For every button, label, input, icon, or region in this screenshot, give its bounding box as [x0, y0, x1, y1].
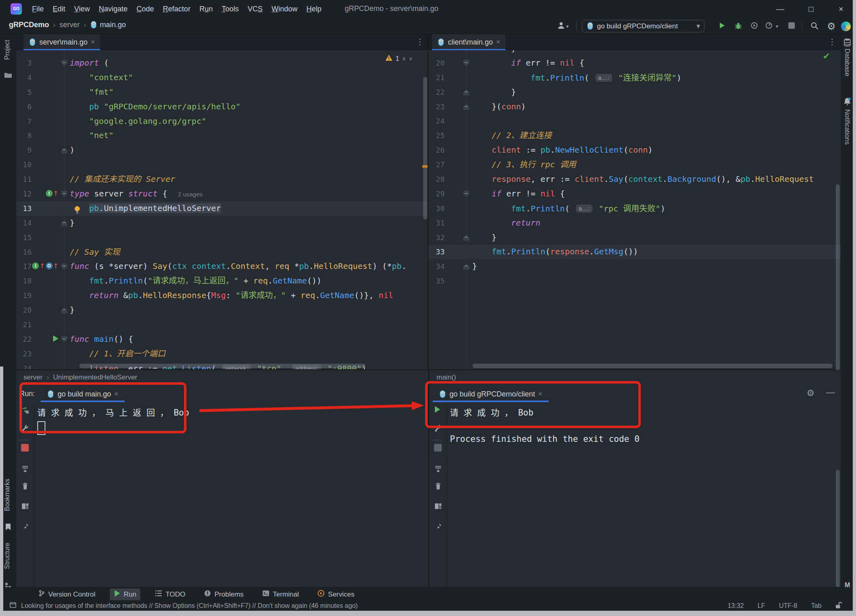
code-line-14[interactable]: 14−}	[16, 216, 428, 230]
stop-button-red[interactable]	[21, 444, 29, 454]
sidebar-item-structure[interactable]: Structure	[4, 543, 11, 569]
code-line-8[interactable]: 8"net"	[16, 128, 428, 143]
code-line-21[interactable]: 21	[16, 318, 428, 332]
menu-vcs[interactable]: VCS	[243, 3, 267, 15]
inspection-widget[interactable]: 1 ∧ ∨	[385, 54, 413, 63]
code-line-27[interactable]: 27// 3、执行 rpc 调用	[428, 158, 841, 172]
fold-marker[interactable]: −	[463, 234, 469, 241]
kebab-menu-icon[interactable]: ⋮	[828, 37, 836, 47]
breadcrumb-project[interactable]: gRPCDemo	[9, 21, 49, 29]
tab-server-main-go[interactable]: server\main.go ×	[24, 34, 100, 50]
settings-button[interactable]: ⚙	[826, 21, 837, 32]
code-line-33[interactable]: 33fmt.Println(response.GetMsg())	[428, 245, 841, 259]
code-line-4[interactable]: 4"context"	[16, 70, 428, 85]
toolwindow-button-version-control[interactable]: Version Control	[34, 588, 99, 600]
wrench-icon[interactable]	[434, 424, 442, 435]
code-line-28[interactable]: 28response, err := client.Say(context.Ba…	[428, 172, 841, 187]
clear-console-trash-icon[interactable]	[21, 482, 29, 492]
clear-console-trash-icon[interactable]	[434, 482, 442, 492]
console-settings-gear-icon[interactable]: ⚙	[807, 388, 815, 399]
code-line-22[interactable]: 22−func main() {	[16, 332, 428, 347]
fold-marker[interactable]: −	[61, 147, 67, 153]
fold-marker[interactable]: −	[61, 307, 67, 313]
indent-indicator[interactable]: Tab	[811, 602, 822, 610]
scroll-to-end-icon[interactable]	[434, 465, 442, 475]
code-line-21[interactable]: 21fmt.Println( a…: "连接关闭异常")	[428, 70, 841, 85]
code-line-24[interactable]: 24	[428, 114, 841, 128]
toolwindow-button-services[interactable]: Services	[313, 588, 358, 600]
run-tab-go-build-client[interactable]: go build gRPCDemo/client ×	[432, 387, 549, 401]
code-line-partial[interactable]: }	[428, 50, 841, 56]
profiler-chevron-icon[interactable]: ▾	[774, 21, 780, 32]
layout-icon[interactable]	[21, 502, 29, 512]
menu-edit[interactable]: Edit	[48, 3, 70, 15]
code-line-22[interactable]: 22−}	[428, 85, 841, 100]
minimize-button[interactable]: —	[771, 0, 790, 18]
notifications-bell-icon[interactable]	[843, 97, 851, 107]
code-line-6[interactable]: 6pb "gRPCDemo/server/apis/hello"	[16, 100, 428, 114]
code-line-23[interactable]: 23−}(conn)	[428, 100, 841, 114]
menu-refactor[interactable]: Refactor	[158, 3, 195, 15]
code-line-13[interactable]: 13pb.UnimplementedHelloServer	[16, 201, 428, 216]
code-line-12[interactable]: 12I↑−type server struct { 2 usages	[16, 187, 428, 201]
chevron-down-icon[interactable]: ∨	[409, 55, 413, 62]
code-line-10[interactable]: 10	[16, 158, 428, 172]
menu-help[interactable]: Help	[302, 3, 326, 15]
lock-icon[interactable]	[835, 601, 842, 611]
code-line-11[interactable]: 11// 集成还未实现的 Server	[16, 172, 428, 187]
editor-client-main-go[interactable]: }20−if err != nil {21fmt.Println( a…: "连…	[428, 50, 841, 369]
code-line-34[interactable]: 34−}	[428, 259, 841, 274]
wrench-icon[interactable]	[21, 424, 29, 435]
rerun-button[interactable]	[21, 406, 30, 416]
code-line-7[interactable]: 7"google.golang.org/grpc"	[16, 114, 428, 129]
scrollbar-vertical-left[interactable]	[423, 77, 427, 220]
fold-marker[interactable]: −	[463, 104, 469, 110]
code-line-29[interactable]: 29−if err != nil {	[428, 187, 841, 201]
code-line-17[interactable]: 17I↑O↑−func (s *server) Say(ctx context.…	[16, 259, 428, 274]
code-line-23[interactable]: 23// 1、开启一个端口	[16, 347, 428, 361]
breadcrumb-folder[interactable]: server	[60, 21, 80, 29]
sidebar-item-project[interactable]: Project	[4, 40, 11, 60]
code-line-31[interactable]: 31return	[428, 216, 841, 230]
user-account-button[interactable]: ▾	[557, 21, 569, 31]
database-icon[interactable]	[843, 38, 851, 48]
close-icon[interactable]: ×	[496, 38, 500, 46]
maximize-button[interactable]: □	[802, 0, 820, 18]
profiler-button[interactable]	[764, 21, 774, 32]
code-line-5[interactable]: 5"fmt"	[16, 85, 428, 100]
inspection-ok-icon[interactable]: ✔	[823, 51, 830, 62]
pin-icon[interactable]	[434, 522, 442, 533]
sidebar-item-bookmarks[interactable]: Bookmarks	[4, 479, 11, 511]
layout-icon[interactable]	[434, 502, 442, 512]
sidebar-item-notifications[interactable]: Notifications	[843, 109, 851, 145]
run-gutter-icon[interactable]	[53, 335, 58, 342]
menu-file[interactable]: File	[28, 3, 48, 15]
chevron-up-icon[interactable]: ∧	[402, 55, 406, 62]
fold-marker[interactable]: −	[61, 60, 67, 66]
scrollbar-console-right[interactable]	[836, 470, 840, 587]
gutter-icons[interactable]: I↑	[32, 190, 58, 197]
pin-icon[interactable]	[21, 522, 29, 533]
crumb-symbol[interactable]: UnimplementedHelloServer	[53, 373, 137, 382]
fold-marker[interactable]: −	[463, 263, 469, 270]
stop-button-gray[interactable]	[434, 444, 442, 454]
kebab-menu-icon[interactable]: ⋮	[416, 37, 424, 47]
run-panel-splitter[interactable]	[428, 370, 429, 587]
editor-server-main-go[interactable]: 3−import (4"context"5"fmt"6pb "gRPCDemo/…	[16, 50, 428, 369]
crumb-main[interactable]: main()	[437, 373, 456, 382]
close-button[interactable]: ×	[832, 0, 850, 18]
code-line-30[interactable]: 30fmt.Println( a…: "rpc 调用失败")	[428, 201, 841, 216]
bookmark-icon[interactable]	[5, 523, 11, 532]
scroll-to-end-icon[interactable]	[21, 465, 29, 475]
code-line-9[interactable]: 9−)	[16, 143, 428, 158]
code-line-19[interactable]: 19return &pb.HelloResponse{Msg: "请求成功，" …	[16, 288, 428, 303]
code-line-32[interactable]: 32−}	[428, 230, 841, 245]
fold-marker[interactable]: −	[463, 191, 469, 197]
stop-button[interactable]	[786, 21, 797, 32]
fold-marker[interactable]: −	[463, 60, 469, 66]
menu-window[interactable]: Window	[267, 3, 302, 15]
fold-marker[interactable]: −	[61, 263, 67, 270]
encoding-indicator[interactable]: UTF-8	[779, 602, 797, 610]
tab-client-main-go[interactable]: client\main.go ×	[432, 34, 505, 50]
code-line-15[interactable]: 15	[16, 230, 428, 245]
